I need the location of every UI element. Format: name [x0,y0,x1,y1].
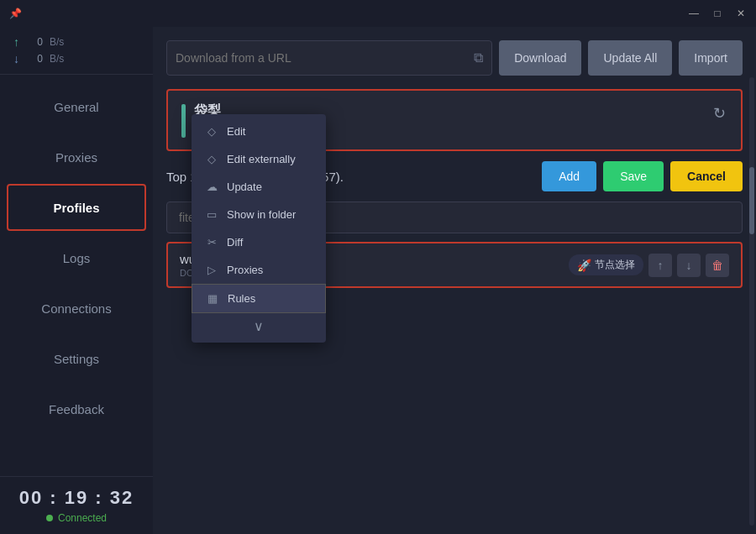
ctx-proxies[interactable]: ▷ Proxies [192,256,326,284]
sidebar-item-proxies[interactable]: Proxies [7,134,146,181]
sidebar-item-feedback-label: Feedback [49,402,104,416]
context-menu: ◇ Edit ◇ Edit externally ☁ Update ▭ Show… [192,114,326,343]
ctx-more-icon: ∨ [254,318,264,334]
upload-value: 0 [26,36,43,48]
connection-status: Connected [13,512,139,524]
maximize-button[interactable]: □ [709,5,726,22]
url-bar-row: ⧉ Download Update All Import [166,40,743,76]
ctx-edit-icon: ◇ [205,125,218,138]
rule-move-down-button[interactable]: ↓ [677,254,701,277]
update-all-button[interactable]: Update All [588,40,672,76]
titlebar: 📌 — □ ✕ [0,0,756,27]
ctx-show-in-folder[interactable]: ▭ Show in folder [192,201,326,228]
minimize-button[interactable]: — [685,5,702,22]
download-arrow-icon: ↓ [13,52,19,65]
sidebar-item-settings-label: Settings [54,352,99,366]
close-button[interactable]: ✕ [732,5,749,22]
sidebar-bottom: 00 : 19 : 32 Connected [0,476,153,534]
app-body: ↑ 0 B/s ↓ 0 B/s General Proxies Profiles… [0,27,756,534]
status-text: Connected [58,512,107,524]
sidebar-item-feedback[interactable]: Feedback [7,385,146,432]
ctx-update-label: Update [227,181,262,193]
profile-active-indicator [181,104,186,138]
profile-refresh-icon[interactable]: ↻ [711,102,727,124]
download-button[interactable]: Download [499,40,581,76]
upload-stat: ↑ 0 B/s [13,35,139,49]
ctx-edit-ext-icon: ◇ [205,153,218,165]
scrollbar-thumb[interactable] [749,167,754,234]
ctx-folder-icon: ▭ [205,208,218,221]
ctx-edit-externally[interactable]: ◇ Edit externally [192,145,326,173]
import-button[interactable]: Import [679,40,743,76]
ctx-rules[interactable]: ▦ Rules [192,284,326,313]
ctx-folder-label: Show in folder [227,208,296,221]
download-value: 0 [26,53,43,65]
ctx-rules-icon: ▦ [206,292,219,305]
ctx-rules-label: Rules [228,292,255,305]
sidebar-item-connections[interactable]: Connections [7,285,146,332]
sidebar-item-profiles-label: Profiles [53,201,99,215]
sidebar-item-logs-label: Logs [63,251,91,265]
rule-tag: 🚀 节点选择 [569,254,643,275]
pin-icon[interactable]: 📌 [7,5,24,22]
scrollbar[interactable] [749,77,754,526]
url-input-wrapper: ⧉ [166,40,492,76]
ctx-update[interactable]: ☁ Update [192,173,326,201]
rule-tag-text: 节点选择 [595,258,635,272]
upload-arrow-icon: ↑ [13,35,19,49]
rules-actions: Add Save Cancel [542,161,743,191]
ctx-edit-label: Edit [227,125,245,138]
sidebar: ↑ 0 B/s ↓ 0 B/s General Proxies Profiles… [0,27,153,534]
save-rules-button[interactable]: Save [603,161,664,191]
main-content: ⧉ Download Update All Import 袋梨 tes ago)… [153,27,756,534]
connection-timer: 00 : 19 : 32 [13,487,139,509]
rule-actions: 🚀 节点选择 ↑ ↓ 🗑 [569,254,729,277]
profile-area: 袋梨 tes ago) ↻ ◇ Edit ◇ Edit externally ☁… [166,89,743,151]
rule-tag-emoji: 🚀 [577,259,591,272]
ctx-diff-icon: ✂ [205,236,218,249]
sidebar-item-settings[interactable]: Settings [7,335,146,382]
copy-url-icon[interactable]: ⧉ [474,50,483,65]
status-indicator [46,515,53,521]
sidebar-item-profiles[interactable]: Profiles [7,184,146,231]
ctx-more-button[interactable]: ∨ [192,313,326,339]
ctx-diff[interactable]: ✂ Diff [192,228,326,256]
download-stat: ↓ 0 B/s [13,52,139,65]
rule-delete-button[interactable]: 🗑 [706,254,729,277]
sidebar-item-proxies-label: Proxies [55,150,97,165]
add-rule-button[interactable]: Add [542,161,596,191]
sidebar-nav: General Proxies Profiles Logs Connection… [0,75,153,476]
sidebar-item-logs[interactable]: Logs [7,234,146,281]
ctx-diff-label: Diff [227,236,243,249]
sidebar-item-general[interactable]: General [7,83,146,130]
upload-unit: B/s [50,36,64,48]
ctx-proxies-label: Proxies [227,264,263,276]
ctx-edit[interactable]: ◇ Edit [192,118,326,145]
sidebar-stats: ↑ 0 B/s ↓ 0 B/s [0,27,153,75]
ctx-proxies-icon: ▷ [205,264,218,276]
url-input[interactable] [176,51,474,65]
cancel-rules-button[interactable]: Cancel [670,161,743,191]
sidebar-item-general-label: General [54,100,98,114]
download-unit: B/s [50,53,64,65]
sidebar-item-connections-label: Connections [41,301,111,316]
rule-move-up-button[interactable]: ↑ [648,254,672,277]
ctx-update-icon: ☁ [205,181,218,193]
ctx-edit-ext-label: Edit externally [227,153,296,165]
